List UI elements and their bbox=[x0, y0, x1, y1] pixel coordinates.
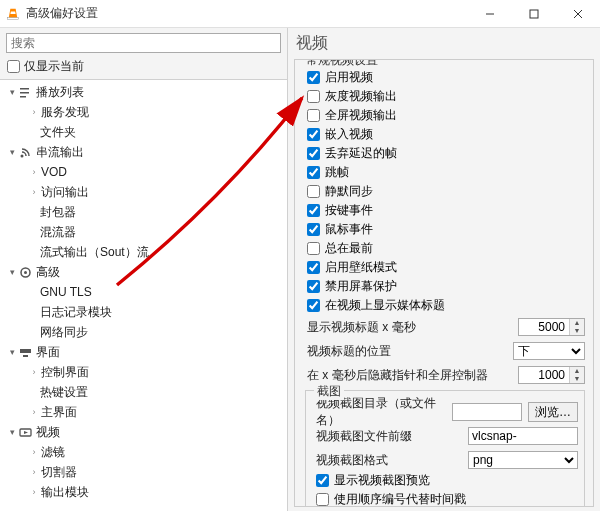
expand-icon[interactable]: › bbox=[30, 487, 38, 497]
field-show-title-ms: 显示视频标题 x 毫秒 ▲▼ bbox=[303, 316, 585, 338]
tree-item-interface[interactable]: ▾界面 bbox=[0, 342, 287, 362]
svg-rect-2 bbox=[530, 10, 538, 18]
snapshot-dir-input[interactable] bbox=[452, 403, 522, 421]
browse-button[interactable]: 浏览… bbox=[528, 402, 578, 422]
svg-rect-12 bbox=[23, 355, 28, 357]
snapshot-group: 截图 视频截图目录（或文件名） 浏览… 视频截图文件前缀 视频截图格式 png … bbox=[305, 390, 585, 507]
spin-up-icon[interactable]: ▲ bbox=[570, 319, 584, 327]
only-current-checkbox[interactable]: 仅显示当前 bbox=[0, 56, 287, 79]
svg-rect-11 bbox=[20, 349, 31, 353]
page-title: 视频 bbox=[288, 28, 600, 57]
titlebar: 高级偏好设置 bbox=[0, 0, 600, 28]
collapse-icon[interactable]: ▾ bbox=[6, 347, 18, 357]
group-label: 常规视频设置 bbox=[303, 59, 381, 69]
expand-icon[interactable]: › bbox=[30, 187, 38, 197]
check-wallpaper-mode[interactable]: 启用壁纸模式 bbox=[303, 258, 585, 276]
tree-item-playlist[interactable]: ▾播放列表 bbox=[0, 82, 287, 102]
check-always-on-top[interactable]: 总在最前 bbox=[303, 239, 585, 257]
collapse-icon[interactable]: ▾ bbox=[6, 267, 18, 277]
tree-item-stream-output[interactable]: ▾串流输出 bbox=[0, 142, 287, 162]
check-key-events[interactable]: 按键事件 bbox=[303, 201, 585, 219]
stream-icon bbox=[18, 145, 32, 159]
close-button[interactable] bbox=[556, 0, 600, 27]
collapse-icon[interactable]: ▾ bbox=[6, 87, 18, 97]
svg-point-8 bbox=[20, 154, 23, 157]
svg-rect-0 bbox=[8, 17, 19, 19]
tree-item-service-discovery[interactable]: ›服务发现 bbox=[0, 102, 287, 122]
svg-rect-6 bbox=[20, 92, 29, 94]
check-grayscale[interactable]: 灰度视频输出 bbox=[303, 87, 585, 105]
expand-icon[interactable]: › bbox=[30, 407, 38, 417]
svg-point-10 bbox=[24, 271, 27, 274]
tree-item-output-modules[interactable]: ›输出模块 bbox=[0, 482, 287, 502]
spin-up-icon[interactable]: ▲ bbox=[570, 367, 584, 375]
expand-icon[interactable]: › bbox=[30, 367, 38, 377]
field-snapshot-prefix: 视频截图文件前缀 bbox=[312, 425, 578, 447]
hide-cursor-spinner[interactable]: ▲▼ bbox=[518, 366, 585, 384]
playlist-icon bbox=[18, 85, 32, 99]
tree-item-splitter[interactable]: ›切割器 bbox=[0, 462, 287, 482]
expand-icon[interactable]: › bbox=[30, 167, 38, 177]
tree-item-hotkeys[interactable]: 热键设置 bbox=[0, 382, 287, 402]
field-hide-cursor: 在 x 毫秒后隐藏指针和全屏控制器 ▲▼ bbox=[303, 364, 585, 386]
check-embedded[interactable]: 嵌入视频 bbox=[303, 125, 585, 143]
field-snapshot-format: 视频截图格式 png bbox=[312, 449, 578, 471]
check-snapshot-sequential[interactable]: 使用顺序编号代替时间戳 bbox=[312, 490, 578, 507]
left-panel: 仅显示当前 ▾播放列表 ›服务发现 文件夹 ▾串流输出 ›VOD ›访问输出 封… bbox=[0, 28, 288, 511]
minimize-button[interactable] bbox=[468, 0, 512, 27]
title-position-select[interactable]: 下 bbox=[513, 342, 585, 360]
tree-item-logging[interactable]: 日志记录模块 bbox=[0, 302, 287, 322]
check-fullscreen-output[interactable]: 全屏视频输出 bbox=[303, 106, 585, 124]
window-title: 高级偏好设置 bbox=[26, 5, 468, 22]
tree-item-gnu-tls[interactable]: GNU TLS bbox=[0, 282, 287, 302]
field-snapshot-dir: 视频截图目录（或文件名） 浏览… bbox=[312, 401, 578, 423]
spin-down-icon[interactable]: ▼ bbox=[570, 375, 584, 383]
interface-icon bbox=[18, 345, 32, 359]
tree-item-advanced[interactable]: ▾高级 bbox=[0, 262, 287, 282]
check-show-media-title[interactable]: 在视频上显示媒体标题 bbox=[303, 296, 585, 314]
check-enable-video[interactable]: 启用视频 bbox=[303, 68, 585, 86]
tree-item-control-interface[interactable]: ›控制界面 bbox=[0, 362, 287, 382]
collapse-icon[interactable]: ▾ bbox=[6, 427, 18, 437]
tree-item-access-output[interactable]: ›访问输出 bbox=[0, 182, 287, 202]
tree-item-main-interface[interactable]: ›主界面 bbox=[0, 402, 287, 422]
spin-down-icon[interactable]: ▼ bbox=[570, 327, 584, 335]
check-drop-late[interactable]: 丢弃延迟的帧 bbox=[303, 144, 585, 162]
show-title-ms-spinner[interactable]: ▲▼ bbox=[518, 318, 585, 336]
expand-icon[interactable]: › bbox=[30, 107, 38, 117]
settings-tree[interactable]: ▾播放列表 ›服务发现 文件夹 ▾串流输出 ›VOD ›访问输出 封包器 混流器… bbox=[0, 79, 287, 511]
check-snapshot-preview[interactable]: 显示视频截图预览 bbox=[312, 471, 578, 489]
maximize-button[interactable] bbox=[512, 0, 556, 27]
gear-icon bbox=[18, 265, 32, 279]
check-quiet-sync[interactable]: 静默同步 bbox=[303, 182, 585, 200]
tree-item-video[interactable]: ▾视频 bbox=[0, 422, 287, 442]
general-video-group: 常规视频设置 启用视频 灰度视频输出 全屏视频输出 嵌入视频 丢弃延迟的帧 跳帧… bbox=[294, 59, 594, 507]
check-skip-frames[interactable]: 跳帧 bbox=[303, 163, 585, 181]
field-title-position: 视频标题的位置 下 bbox=[303, 340, 585, 362]
video-icon bbox=[18, 425, 32, 439]
tree-item-netsync[interactable]: 网络同步 bbox=[0, 322, 287, 342]
snapshot-prefix-input[interactable] bbox=[468, 427, 578, 445]
tree-item-sout-stream[interactable]: 流式输出（Sout）流 bbox=[0, 242, 287, 262]
svg-rect-5 bbox=[20, 88, 29, 90]
search-input[interactable] bbox=[6, 33, 281, 53]
right-panel: 视频 常规视频设置 启用视频 灰度视频输出 全屏视频输出 嵌入视频 丢弃延迟的帧… bbox=[288, 28, 600, 511]
tree-item-packetizer[interactable]: 封包器 bbox=[0, 202, 287, 222]
tree-item-filters[interactable]: ›滤镜 bbox=[0, 442, 287, 462]
check-disable-screensaver[interactable]: 禁用屏幕保护 bbox=[303, 277, 585, 295]
svg-rect-7 bbox=[20, 96, 26, 98]
expand-icon[interactable]: › bbox=[30, 467, 38, 477]
collapse-icon[interactable]: ▾ bbox=[6, 147, 18, 157]
snapshot-format-select[interactable]: png bbox=[468, 451, 578, 469]
tree-item-folder[interactable]: 文件夹 bbox=[0, 122, 287, 142]
check-mouse-events[interactable]: 鼠标事件 bbox=[303, 220, 585, 238]
expand-icon[interactable]: › bbox=[30, 447, 38, 457]
tree-item-muxer[interactable]: 混流器 bbox=[0, 222, 287, 242]
app-icon bbox=[6, 7, 20, 21]
tree-item-vod[interactable]: ›VOD bbox=[0, 162, 287, 182]
